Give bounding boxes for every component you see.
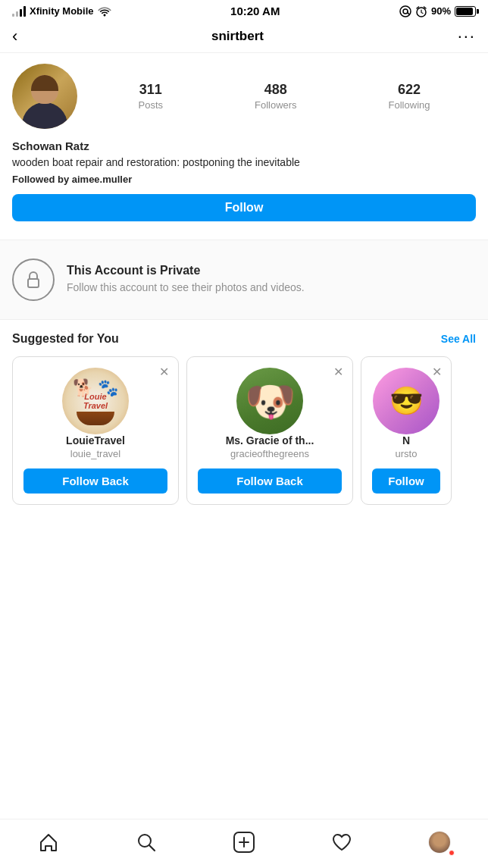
avatar-head: [31, 75, 58, 104]
profile-header: ‹ snirtbert ···: [0, 20, 488, 53]
search-icon: [136, 832, 157, 853]
profile-stats: 311 Posts 488 Followers 622 Following: [92, 82, 476, 111]
signal-icon: [12, 6, 26, 17]
profile-username: snirtbert: [211, 29, 264, 44]
follow-back-gracie-button[interactable]: Follow Back: [198, 468, 342, 494]
notification-dot: [449, 850, 455, 856]
followers-stat[interactable]: 488 Followers: [255, 82, 297, 111]
wifi-icon: [98, 6, 111, 17]
following-label: Following: [389, 99, 430, 111]
followers-count: 488: [264, 82, 287, 98]
third-handle: ursto: [396, 448, 418, 459]
home-icon: [38, 832, 59, 853]
third-emoji: 😎: [389, 385, 424, 417]
dismiss-gracie-button[interactable]: ✕: [333, 365, 343, 379]
louie-dogs-icons: 🐕 🐾: [73, 378, 118, 398]
following-count: 622: [398, 82, 421, 98]
nav-add-button[interactable]: [226, 827, 262, 857]
nav-home-button[interactable]: [30, 827, 67, 857]
followed-by-user[interactable]: aimee.muller: [72, 174, 133, 185]
lock-svg: [24, 271, 42, 289]
private-text: This Account is Private Follow this acco…: [67, 264, 305, 296]
svg-point-0: [400, 6, 411, 17]
profile-nav-avatar: [428, 831, 451, 854]
suggested-title: Suggested for You: [12, 332, 119, 346]
bottom-nav: [0, 819, 488, 868]
third-avatar: 😎: [373, 368, 440, 434]
suggested-header: Suggested for You See All: [0, 332, 488, 346]
dismiss-louietravel-button[interactable]: ✕: [159, 365, 169, 379]
add-icon: [233, 831, 255, 854]
nav-profile-button[interactable]: [421, 827, 458, 857]
heart-icon: [331, 832, 352, 853]
posts-label: Posts: [138, 99, 163, 111]
nav-search-button[interactable]: [128, 827, 164, 857]
louietravel-avatar: 🐕 🐾 LouieTravel: [62, 368, 129, 434]
back-button[interactable]: ‹: [12, 27, 17, 46]
status-left: Xfinity Mobile: [12, 5, 111, 17]
followers-label: Followers: [255, 99, 297, 111]
avatar-hair: [31, 75, 58, 91]
bio-section: Schowan Ratz wooden boat repair and rest…: [12, 139, 476, 185]
suggest-card-louietravel: ✕ 🐕 🐾 LouieTravel LouieTravel louie_trav…: [12, 356, 179, 505]
louie-boat-shape: [77, 412, 114, 425]
at-icon: [399, 5, 411, 17]
posts-stat: 311 Posts: [138, 82, 163, 111]
dismiss-third-button[interactable]: ✕: [432, 365, 442, 379]
posts-count: 311: [139, 82, 162, 98]
followed-by: Followed by aimee.muller: [12, 174, 476, 185]
private-account-section: This Account is Private Follow this acco…: [0, 240, 488, 320]
avatar: [12, 64, 77, 129]
svg-point-1: [403, 9, 408, 14]
private-title: This Account is Private: [67, 264, 305, 277]
profile-section: 311 Posts 488 Followers 622 Following Sc…: [0, 53, 488, 240]
carrier-label: Xfinity Mobile: [30, 5, 94, 17]
status-time: 10:20 AM: [230, 5, 280, 17]
gracie-avatar: 🐶: [236, 368, 303, 434]
third-name: N: [402, 434, 410, 447]
follow-third-button[interactable]: Follow: [372, 468, 440, 494]
status-bar: Xfinity Mobile 10:20 AM: [0, 0, 488, 20]
gracie-name: Ms. Gracie of th...: [226, 434, 314, 447]
suggest-card-gracie: ✕ 🐶 Ms. Gracie of th... gracieofthegreen…: [186, 356, 353, 505]
followed-by-prefix: Followed by: [12, 174, 72, 185]
suggest-card-third: ✕ 😎 N ursto Follow: [361, 356, 452, 505]
more-options-button[interactable]: ···: [458, 27, 476, 46]
follow-button[interactable]: Follow: [12, 194, 476, 221]
alarm-icon: [415, 5, 427, 17]
battery-icon: [455, 6, 476, 17]
louietravel-name: LouieTravel: [66, 434, 125, 447]
nav-activity-button[interactable]: [324, 827, 360, 857]
following-stat[interactable]: 622 Following: [389, 82, 430, 111]
gracie-handle: gracieofthegreens: [230, 448, 309, 459]
see-all-button[interactable]: See All: [441, 333, 476, 345]
status-right: 90%: [399, 5, 476, 17]
gracie-dog-emoji: 🐶: [245, 381, 296, 421]
profile-top: 311 Posts 488 Followers 622 Following: [12, 64, 476, 129]
louietravel-handle: louie_travel: [70, 448, 121, 459]
profile-display-name: Schowan Ratz: [12, 139, 476, 152]
lock-icon: [12, 259, 55, 301]
svg-rect-3: [28, 279, 39, 287]
battery-label: 90%: [431, 5, 451, 17]
follow-back-louietravel-button[interactable]: Follow Back: [23, 468, 167, 494]
suggested-scroll: ✕ 🐕 🐾 LouieTravel LouieTravel louie_trav…: [0, 356, 488, 511]
private-description: Follow this account to see their photos …: [67, 280, 305, 296]
suggested-section: Suggested for You See All ✕ 🐕 🐾 LouieTra…: [0, 320, 488, 517]
profile-bio: wooden boat repair and restoration: post…: [12, 155, 476, 171]
